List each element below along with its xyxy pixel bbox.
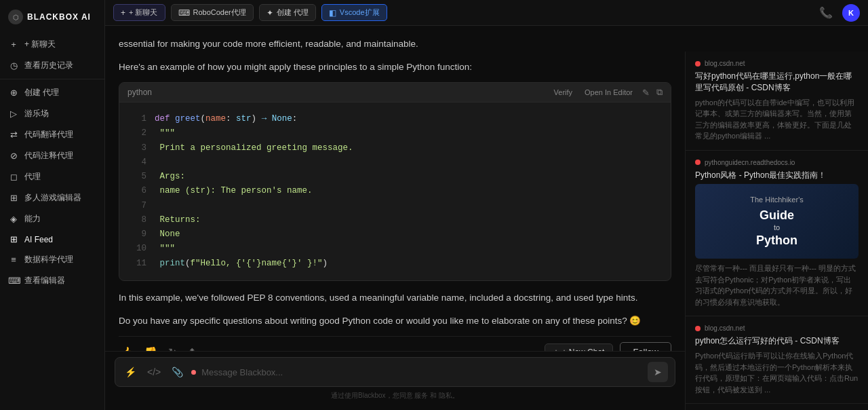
sidebar-item-label: 数据科学代理 [24, 254, 73, 265]
message-4: Do you have any specific questions about… [119, 314, 671, 329]
ability-icon: ◈ [8, 214, 19, 224]
message-input[interactable] [201, 367, 642, 377]
create-agent-button[interactable]: ✦ 创建 代理 [259, 4, 316, 21]
sidebar-item-data-science[interactable]: ≡ 数据科学代理 [0, 249, 104, 270]
robo-coder-label: RoboCoder代理 [193, 7, 246, 18]
sidebar-item-label: + 新聊天 [24, 39, 56, 50]
rp-domain-2: pythonguidecn.readthedocs.io [705, 159, 795, 166]
sidebar-item-agent[interactable]: ◻ 代理 [0, 166, 104, 187]
sidebar-item-history[interactable]: ◷ 查看历史记录 [0, 55, 104, 76]
sidebar-item-label: 游乐场 [24, 108, 49, 119]
message-2: Here's an example of how you might apply… [119, 60, 671, 75]
verify-button[interactable]: Verify [551, 87, 576, 98]
rp-source-3: blog.csdn.net [695, 324, 859, 332]
action-row: 👍 👎 ↻ ⬆ + + New Chat Follow [119, 336, 671, 351]
square-icon: ◻ [8, 172, 19, 182]
create-label: 创建 代理 [277, 7, 309, 18]
editor-icon: ⌨ [8, 276, 19, 286]
feed-icon: ⊞ [8, 234, 19, 244]
rp-title-3: python怎么运行写好的代码 - CSDN博客 [695, 335, 859, 347]
code-body: 1def greet(name: str) → None: 2 """ 3 Pr… [119, 102, 671, 280]
message-1: essential for making your code more effi… [119, 37, 671, 52]
sidebar-item-code-comment[interactable]: ⊘ 代码注释代理 [0, 145, 104, 166]
plus-circle-icon: ⊕ [8, 88, 19, 98]
follow-button[interactable]: Follow [620, 342, 671, 351]
play-icon: ▷ [8, 109, 19, 119]
sidebar-item-label: 查看编辑器 [24, 275, 65, 286]
message-3: In this example, we've followed PEP 8 co… [119, 291, 671, 305]
sidebar-item-label: AI Feed [24, 235, 53, 244]
input-box: ⚡ </> 📎 ➤ [115, 357, 675, 387]
source-dot [695, 61, 701, 67]
new-chat-inline-button[interactable]: + + New Chat [545, 343, 613, 351]
rp-desc-1: python的代码可以在自带ide中编写，也可以利用记事本、或第三方的编辑器来写… [695, 97, 859, 142]
edit-icon[interactable]: ✎ [642, 88, 650, 98]
refresh-icon[interactable]: ↻ [166, 344, 179, 351]
plus-icon: + [8, 39, 19, 50]
send-button[interactable]: ➤ [648, 362, 668, 382]
rp-domain-1: blog.csdn.net [705, 60, 745, 67]
new-chat-button[interactable]: + + 新聊天 [113, 4, 165, 21]
sidebar-item-code-review[interactable]: ⇄ 代码翻译代理 [0, 124, 104, 145]
plus-icon: + [121, 8, 125, 18]
grid-icon: ⊞ [8, 193, 19, 203]
book-title-to: to [774, 223, 780, 233]
rp-card-1[interactable]: blog.csdn.net 写好python代码在哪里运行,python一般在哪… [686, 52, 868, 151]
sidebar-item-game[interactable]: ▷ 游乐场 [0, 103, 104, 124]
rp-card-4[interactable]: www.piglei.com Python工匠：写好面向对象代码的原则（中）| … [686, 404, 868, 410]
paperclip-icon[interactable]: 📎 [169, 365, 186, 379]
thumbs-up-icon[interactable]: 👍 [119, 344, 136, 351]
source-dot-2 [695, 160, 701, 165]
share-icon[interactable]: ⬆ [186, 344, 199, 351]
book-title-python: Python [756, 234, 797, 248]
sidebar-item-create-agent[interactable]: ⊕ 创建 代理 [0, 82, 104, 103]
book-cover-image: The Hitchhiker's Guide to Python [695, 184, 859, 259]
thumbs-down-icon[interactable]: 👎 [142, 344, 159, 351]
new-chat-label: + 新聊天 [129, 7, 157, 18]
avatar[interactable]: K [842, 4, 860, 22]
vscode-button[interactable]: ◧ Vscode扩展 [321, 4, 387, 21]
book-title-guide: Guide [760, 208, 794, 223]
vscode-label: Vscode扩展 [340, 7, 380, 18]
robo-coder-button[interactable]: ⌨ RoboCoder代理 [171, 4, 254, 21]
sidebar-item-ability[interactable]: ◈ 能力 [0, 208, 104, 229]
lightning-icon[interactable]: ⚡ [122, 365, 139, 379]
sidebar-item-ai-feed[interactable]: ⊞ AI Feed [0, 229, 104, 249]
send-icon: ➤ [654, 367, 662, 377]
rp-card-3[interactable]: blog.csdn.net python怎么运行写好的代码 - CSDN博客 P… [686, 316, 868, 404]
sidebar-divider [0, 79, 104, 79]
create-icon: ✦ [267, 8, 273, 18]
rp-desc-3: Python代码运行助手可以让你在线输入Python代码，然后通过本地运行的一个… [695, 350, 859, 395]
sidebar-item-label: 创建 代理 [24, 87, 59, 98]
vscode-icon: ◧ [329, 8, 336, 18]
sidebar-item-label: 代码翻译代理 [24, 129, 73, 141]
sidebar-item-label: 能力 [24, 213, 41, 225]
rp-source-1: blog.csdn.net [695, 60, 859, 67]
translate-icon: ⇄ [8, 130, 19, 140]
code-brackets-icon[interactable]: </> [144, 365, 163, 379]
app-title: BLACKBOX AI [27, 12, 91, 22]
code-block: python Verify Open In Editor ✎ ⧉ 1def gr… [119, 82, 671, 281]
copy-icon[interactable]: ⧉ [656, 87, 663, 98]
phone-icon[interactable]: 📞 [815, 6, 837, 19]
topbar: + + 新聊天 ⌨ RoboCoder代理 ✦ 创建 代理 ◧ Vscode扩展… [105, 0, 868, 26]
sidebar-item-label: 代理 [24, 171, 41, 183]
rp-title-1: 写好python代码在哪里运行,python一般在哪里写代码原创 - CSDN博… [695, 71, 859, 94]
comment-icon: ⊘ [8, 151, 19, 161]
sidebar-item-label: 多人游戏编辑器 [24, 192, 81, 204]
sidebar-item-view-editor[interactable]: ⌨ 查看编辑器 [0, 270, 104, 291]
chat-area: essential for making your code more effi… [105, 26, 685, 351]
open-in-editor-button[interactable]: Open In Editor [582, 87, 635, 98]
sidebar-item-new-chat[interactable]: + + 新聊天 [0, 34, 104, 55]
rp-source-2: pythonguidecn.readthedocs.io [695, 159, 859, 166]
sidebar-item-multiplayer[interactable]: ⊞ 多人游戏编辑器 [0, 187, 104, 208]
input-area: ⚡ </> 📎 ➤ 通过使用Blackbox，您同意 服务 和 隐私。 [105, 351, 685, 410]
code-header: python Verify Open In Editor ✎ ⧉ [119, 83, 671, 102]
sidebar-item-label: 查看历史记录 [24, 60, 73, 71]
footer-text: 通过使用Blackbox，您同意 服务 和 隐私。 [115, 391, 675, 400]
book-subtitle: The Hitchhiker's [750, 195, 804, 205]
sidebar-item-label: 代码注释代理 [24, 150, 73, 162]
robot-icon: ⌨ [178, 8, 190, 18]
rp-card-2[interactable]: pythonguidecn.readthedocs.io Python风格 - … [686, 151, 868, 317]
source-dot-3 [695, 326, 701, 331]
